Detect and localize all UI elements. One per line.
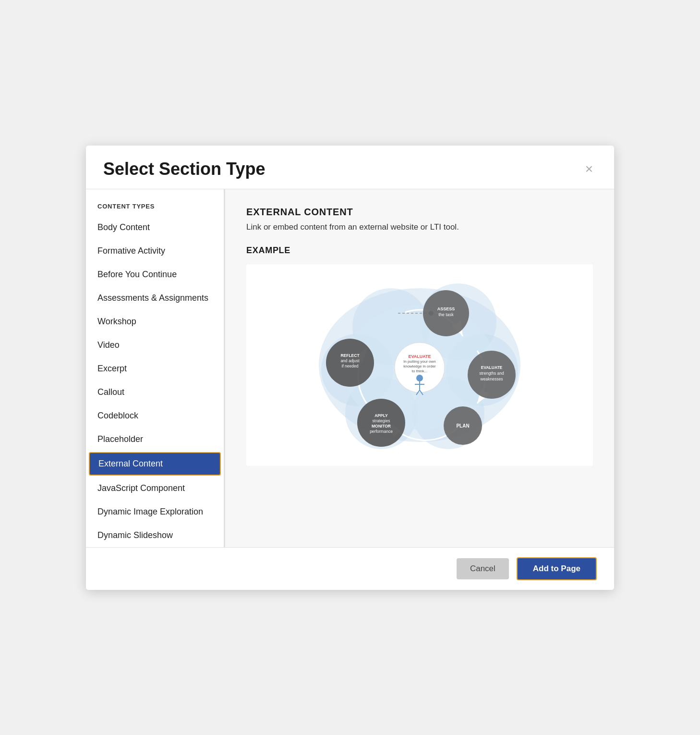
svg-text:In putting your own: In putting your own (403, 359, 436, 364)
svg-text:knowledge in order: knowledge in order (403, 364, 436, 368)
modal-header: Select Section Type × (86, 146, 614, 189)
content-type-heading: EXTERNAL CONTENT (246, 207, 593, 218)
svg-text:performance: performance (370, 429, 393, 434)
sidebar-item-codeblock[interactable]: Codeblock (86, 404, 224, 428)
sidebar-item-excerpt[interactable]: Excerpt (86, 357, 224, 380)
svg-text:to think...: to think... (412, 369, 427, 373)
svg-text:EVALUATE: EVALUATE (481, 365, 503, 370)
modal-body: CONTENT TYPES Body ContentFormative Acti… (86, 189, 614, 547)
content-panel: EXTERNAL CONTENT Link or embed content f… (225, 189, 614, 547)
sidebar-item-video[interactable]: Video (86, 333, 224, 357)
svg-text:strengths and: strengths and (479, 371, 504, 376)
svg-text:and adjust: and adjust (340, 358, 360, 363)
content-description: Link or embed content from an external w… (246, 222, 593, 232)
sidebar-item-assessments-assignments[interactable]: Assessments & Assignments (86, 286, 224, 310)
modal-footer: Cancel Add to Page (86, 547, 614, 590)
svg-text:REFLECT: REFLECT (340, 353, 360, 358)
close-button[interactable]: × (581, 160, 597, 178)
svg-text:EVALUATE: EVALUATE (408, 354, 431, 359)
sidebar-item-workshop[interactable]: Workshop (86, 310, 224, 333)
svg-text:weaknesses: weaknesses (480, 377, 503, 381)
sidebar-item-before-you-continue[interactable]: Before You Continue (86, 263, 224, 286)
add-to-page-button[interactable]: Add to Page (517, 557, 597, 580)
sidebar-item-dynamic-slideshow[interactable]: Dynamic Slideshow (86, 524, 224, 547)
svg-text:MONITOR: MONITOR (372, 424, 391, 429)
sidebar: CONTENT TYPES Body ContentFormative Acti… (86, 189, 225, 547)
svg-text:ASSESS: ASSESS (437, 306, 455, 311)
example-heading: EXAMPLE (246, 245, 593, 256)
svg-text:if needed: if needed (342, 364, 359, 368)
sidebar-item-body-content[interactable]: Body Content (86, 216, 224, 239)
cancel-button[interactable]: Cancel (457, 558, 509, 579)
svg-text:the task: the task (438, 312, 454, 317)
sidebar-items-container: Body ContentFormative ActivityBefore You… (86, 216, 224, 547)
sidebar-item-placeholder[interactable]: Placeholder (86, 428, 224, 451)
sidebar-item-dynamic-image-exploration[interactable]: Dynamic Image Exploration (86, 500, 224, 524)
svg-text:APPLY: APPLY (374, 413, 388, 418)
select-section-type-modal: Select Section Type × CONTENT TYPES Body… (86, 146, 614, 590)
svg-point-16 (416, 375, 423, 381)
sidebar-item-callout[interactable]: Callout (86, 380, 224, 404)
svg-text:PLAN: PLAN (456, 423, 469, 429)
cycle-diagram: EVALUATE In putting your own knowledge i… (304, 274, 535, 456)
example-image-container: EVALUATE In putting your own knowledge i… (246, 264, 593, 466)
sidebar-section-label: CONTENT TYPES (86, 203, 224, 216)
sidebar-item-formative-activity[interactable]: Formative Activity (86, 239, 224, 263)
svg-text:strategies: strategies (373, 418, 390, 423)
modal-title: Select Section Type (103, 159, 265, 179)
sidebar-item-javascript-component[interactable]: JavaScript Component (86, 477, 224, 500)
sidebar-item-external-content[interactable]: External Content (89, 452, 221, 476)
